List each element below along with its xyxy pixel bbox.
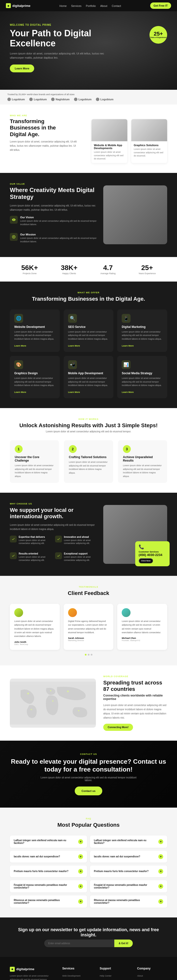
faq-toggle-6[interactable]: + bbox=[158, 869, 163, 874]
faq-item-10[interactable]: Rhoncus at massa venenatis penatibus con… bbox=[90, 896, 167, 908]
faq-item-4[interactable]: Iaculis donec nam ad dui suspendisse? + bbox=[90, 851, 167, 862]
footer-logo-icon bbox=[10, 967, 15, 972]
faq-toggle-10[interactable]: + bbox=[158, 899, 163, 904]
faq-toggle-5[interactable]: + bbox=[78, 869, 83, 874]
mobile-icon: 📲 bbox=[68, 360, 77, 369]
newsletter-submit-button[interactable]: & Get it! bbox=[114, 940, 133, 947]
stat-projects-label: Projects Done bbox=[21, 272, 38, 275]
footer-col-support: Support Help Center Terms of Service Leg… bbox=[100, 967, 130, 980]
footer-services-heading: Services bbox=[62, 967, 92, 970]
newsletter-email-input[interactable] bbox=[44, 940, 114, 947]
map-title: Spreading trust across 87 countries bbox=[103, 679, 167, 692]
map-subtitle: Connecting clients worldwide with reliab… bbox=[103, 694, 167, 701]
faq-tag: FAQ bbox=[10, 818, 167, 820]
map-tag: WORLD COVERAGE bbox=[103, 675, 167, 678]
testimonials-grid: Lorem ipsum dolor sit amet consectetur a… bbox=[10, 604, 167, 650]
service-learn-web[interactable]: Learn More bbox=[14, 345, 26, 347]
services-title: Transforming Businesses in the Digital A… bbox=[10, 296, 167, 302]
nav-item-services[interactable]: Services bbox=[71, 3, 81, 8]
faq-item-2[interactable]: LaRuei integer sem eleifend vehicula nam… bbox=[90, 835, 167, 848]
faq-toggle-1[interactable]: + bbox=[78, 839, 83, 844]
eye-icon bbox=[10, 216, 18, 224]
faq-item-1[interactable]: LaRuei integer sem eleifend vehicula nam… bbox=[10, 835, 87, 848]
faq-title: Most Popular Questions bbox=[10, 822, 167, 828]
faq-item-6[interactable]: Pretium mauris furis felis consectetur m… bbox=[90, 865, 167, 877]
cta-banner-button[interactable]: Contact us bbox=[75, 786, 103, 795]
growth-feature-1: Expertise that delivers Lorem ipsum dolo… bbox=[10, 536, 52, 549]
testimonial-dots bbox=[10, 654, 167, 655]
service-card-graphics: 🎨 Graphics Design Lorem ipsum dolor sit … bbox=[10, 356, 60, 398]
service-title-digital: Digital Marketing bbox=[122, 325, 163, 329]
growth-feature-3: Results-oriented Lorem ipsum dolor sit a… bbox=[10, 552, 52, 566]
mission-text: Our Mission Lorem ipsum dolor sit amet c… bbox=[20, 233, 97, 247]
testimonial-text-2: Digital Prime agency delivered beyond ou… bbox=[68, 619, 109, 635]
step-title-1: Uncover the Core Challenge bbox=[15, 455, 54, 462]
faq-toggle-3[interactable]: + bbox=[78, 854, 83, 859]
nav-item-portfolio[interactable]: Portfolio bbox=[86, 3, 96, 8]
footer-about-text: Lorem ipsum dolor sit amet consectetur a… bbox=[10, 974, 55, 980]
faq-question-10: Rhoncus at massa venenatis penatibus con… bbox=[94, 899, 158, 904]
transform-card-content-1: Website & Mobile App Developments Lorem … bbox=[92, 141, 127, 163]
dot-1[interactable] bbox=[85, 654, 87, 655]
stat-projects: 56K+ Projects Done bbox=[21, 264, 38, 275]
feature-title-4: Exceptional support bbox=[64, 552, 97, 555]
step-desc-3: Lorem ipsum dolor sit amet consectetur a… bbox=[123, 464, 162, 478]
nav-cta-button[interactable]: Get Free IT bbox=[150, 2, 171, 9]
cta-banner-description: Lorem ipsum dolor sit amet consectetur a… bbox=[39, 776, 138, 781]
nav-item-contact[interactable]: Contact bbox=[112, 3, 121, 8]
hero-cta-button[interactable]: Learn More bbox=[10, 65, 34, 72]
cta-banner-title: Ready to elevate your digital presence? … bbox=[10, 758, 167, 773]
service-learn-mobile[interactable]: Learn More bbox=[68, 391, 80, 393]
footer-link-about[interactable]: About bbox=[137, 973, 167, 978]
bubble-cta-button[interactable]: Click Now bbox=[138, 558, 153, 563]
testimonials-section: TESTIMONIALS Client Feedback Lorem ipsum… bbox=[0, 576, 177, 665]
transform-cards-grid: Website & Mobile App Developments Lorem … bbox=[92, 119, 167, 163]
dot-3[interactable] bbox=[91, 654, 92, 655]
testimonial-author-3: Michael Chen bbox=[122, 637, 163, 640]
footer-link-webdev[interactable]: Web Development bbox=[62, 973, 92, 978]
faq-toggle-9[interactable]: + bbox=[78, 899, 83, 904]
testimonial-avatar-2 bbox=[68, 608, 77, 617]
service-learn-digital[interactable]: Learn More bbox=[122, 345, 134, 347]
svg-point-2 bbox=[31, 709, 32, 710]
growth-section: WHY CHOOSE US We support your local or i… bbox=[0, 493, 177, 576]
mission-desc: Lorem ipsum dolor sit amet consectetur a… bbox=[20, 237, 97, 243]
feature-text-2: Innovative and ahead Lorem ipsum dolor s… bbox=[64, 536, 97, 549]
nav-item-home[interactable]: Home bbox=[60, 3, 67, 8]
support-icon bbox=[55, 552, 62, 559]
faq-question-7: Feugiat id massa venenatis penatibus mau… bbox=[14, 884, 78, 889]
creativity-description: Lorem ipsum dolor sit amet, consectetur … bbox=[10, 204, 97, 212]
stat-experience-num: 25+ bbox=[138, 264, 156, 272]
service-learn-seo[interactable]: Learn More bbox=[68, 345, 80, 347]
seo-icon: 🔍 bbox=[68, 314, 77, 323]
service-learn-graphics[interactable]: Learn More bbox=[14, 391, 26, 393]
map-cta-button[interactable]: Connecting More! bbox=[103, 724, 133, 731]
faq-item-8[interactable]: Feugiat id massa venenatis penatibus mau… bbox=[90, 880, 167, 892]
stat-clients-num: 38K+ bbox=[61, 264, 77, 272]
service-desc-digital: Lorem ipsum dolor sit amet consectetur a… bbox=[122, 330, 163, 340]
testimonial-card-3: Lorem ipsum dolor sit amet consectetur a… bbox=[117, 604, 167, 650]
footer-about-col: digitalprime Lorem ipsum dolor sit amet … bbox=[10, 967, 55, 980]
nav-item-about[interactable]: About bbox=[100, 3, 108, 8]
faq-toggle-7[interactable]: + bbox=[78, 884, 83, 889]
services-header: WHAT WE OFFER Transforming Businesses in… bbox=[10, 291, 167, 302]
step-title-3: Achieve Unparalleled Results bbox=[123, 455, 162, 462]
logo-icon-3 bbox=[51, 98, 55, 101]
nav-links: Home Services Portfolio About Contact bbox=[60, 3, 121, 8]
dot-2[interactable] bbox=[88, 654, 90, 655]
faq-toggle-4[interactable]: + bbox=[158, 854, 163, 859]
service-learn-social[interactable]: Learn More bbox=[122, 391, 134, 393]
creativity-image bbox=[103, 185, 167, 244]
step-card-2: 2 Crafting Tailored Solutions Lorem ipsu… bbox=[64, 440, 113, 483]
faq-toggle-2[interactable]: + bbox=[158, 839, 163, 844]
logo-text: digitalprime bbox=[12, 4, 31, 8]
step-num-1: 1 bbox=[15, 445, 23, 453]
faq-item-7[interactable]: Feugiat id massa venenatis penatibus mau… bbox=[10, 880, 87, 892]
footer-link-help[interactable]: Help Center bbox=[100, 973, 130, 978]
faq-item-3[interactable]: Iaculis donec nam ad dui suspendisse? + bbox=[10, 851, 87, 862]
service-desc-web: Lorem ipsum dolor sit amet consectetur a… bbox=[14, 330, 55, 340]
faq-item-9[interactable]: Rhoncus at massa venenatis penatibus con… bbox=[10, 896, 87, 908]
faq-item-5[interactable]: Pretium mauris furis felis consectetur m… bbox=[10, 865, 87, 877]
stat-rating: 4.7 Average Rating bbox=[100, 264, 116, 275]
faq-toggle-8[interactable]: + bbox=[158, 884, 163, 889]
